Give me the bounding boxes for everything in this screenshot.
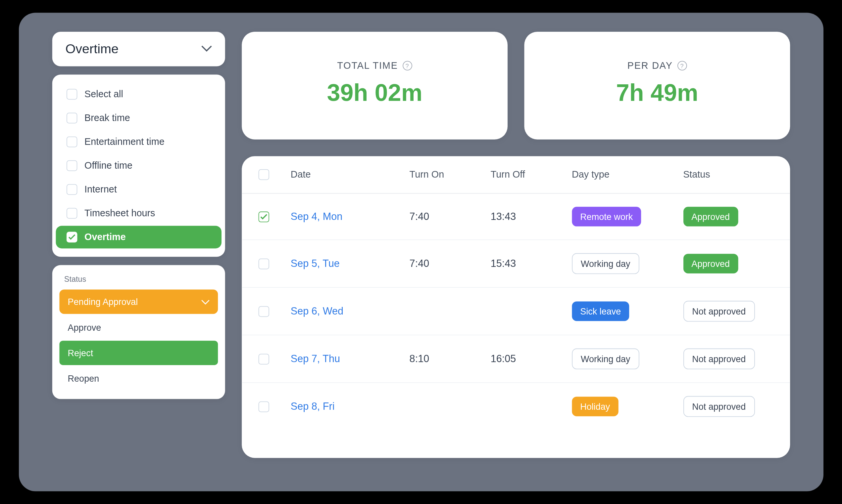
table-row: Sep 7, Thu8:1016:05Working dayNot approv… (242, 335, 790, 383)
filter-options-list: Select allBreak timeEntertainment timeOf… (52, 75, 225, 257)
checkbox[interactable] (67, 184, 77, 195)
status-panel: Status Pending Approval ApproveRejectReo… (52, 265, 225, 399)
filter-dropdown[interactable]: Overtime (52, 32, 225, 66)
status-option[interactable]: Approve (59, 315, 218, 340)
day-type-badge[interactable]: Remote work (572, 207, 641, 226)
filter-option[interactable]: Timesheet hours (56, 202, 221, 224)
total-time-card: TOTAL TIME ? 39h 02m (242, 32, 508, 140)
checkbox[interactable] (67, 232, 77, 242)
status-badge[interactable]: Not approved (683, 301, 755, 322)
filter-option[interactable]: Select all (56, 83, 221, 106)
checkbox[interactable] (67, 89, 77, 100)
turn-off-value: 13:43 (491, 211, 566, 222)
filter-option-label: Break time (84, 113, 130, 123)
table-row: Sep 6, WedSick leaveNot approved (242, 288, 790, 335)
filter-option-label: Overtime (84, 232, 126, 242)
timesheet-table: Date Turn On Turn Off Day type Status Se… (242, 156, 790, 458)
help-icon[interactable]: ? (677, 61, 687, 70)
table-row: Sep 4, Mon7:4013:43Remote workApproved (242, 194, 790, 240)
row-checkbox[interactable] (258, 354, 269, 364)
turn-on-value: 8:10 (409, 353, 484, 365)
table-row: Sep 5, Tue7:4015:43Working dayApproved (242, 240, 790, 288)
status-select[interactable]: Pending Approval (59, 289, 218, 314)
chevron-down-icon (201, 44, 211, 54)
status-option[interactable]: Reopen (59, 366, 218, 391)
help-icon[interactable]: ? (402, 61, 412, 70)
sidebar: Overtime Select allBreak timeEntertainme… (52, 32, 225, 458)
table-header: Date Turn On Turn Off Day type Status (242, 156, 790, 194)
status-badge[interactable]: Approved (683, 207, 738, 226)
filter-option-label: Offline time (84, 160, 133, 171)
status-option[interactable]: Reject (59, 341, 218, 365)
day-type-badge[interactable]: Working day (572, 253, 639, 274)
checkbox[interactable] (67, 113, 77, 123)
day-type-badge[interactable]: Holiday (572, 397, 618, 416)
filter-option[interactable]: Offline time (56, 155, 221, 177)
per-day-card: PER DAY ? 7h 49m (524, 32, 790, 140)
total-time-value: 39h 02m (327, 79, 422, 106)
date-link[interactable]: Sep 7, Thu (290, 353, 403, 365)
chevron-down-icon (201, 296, 209, 307)
select-all-checkbox[interactable] (258, 169, 269, 180)
filter-option-label: Select all (84, 89, 123, 100)
status-badge[interactable]: Not approved (683, 396, 755, 417)
col-date: Date (290, 169, 403, 180)
col-day-type: Day type (572, 169, 677, 180)
turn-on-value: 7:40 (409, 258, 484, 270)
total-time-label: TOTAL TIME (337, 60, 398, 71)
filter-option[interactable]: Break time (56, 107, 221, 129)
date-link[interactable]: Sep 6, Wed (290, 305, 403, 317)
status-badge[interactable]: Approved (683, 254, 738, 273)
checkbox[interactable] (67, 137, 77, 147)
filter-option[interactable]: Entertainment time (56, 131, 221, 153)
row-checkbox[interactable] (258, 401, 269, 412)
row-checkbox[interactable] (258, 306, 269, 317)
day-type-badge[interactable]: Working day (572, 348, 639, 370)
row-checkbox[interactable] (258, 258, 269, 269)
checkbox[interactable] (67, 208, 77, 219)
day-type-badge[interactable]: Sick leave (572, 301, 629, 321)
col-status: Status (683, 169, 773, 180)
date-link[interactable]: Sep 5, Tue (290, 258, 403, 270)
filter-option-label: Timesheet hours (84, 208, 155, 219)
date-link[interactable]: Sep 4, Mon (290, 211, 403, 222)
turn-off-value: 16:05 (491, 353, 566, 365)
status-select-label: Pending Approval (68, 296, 138, 307)
main: TOTAL TIME ? 39h 02m PER DAY ? 7h 49m D (242, 32, 790, 458)
col-turn-off: Turn Off (491, 169, 566, 180)
filter-dropdown-label: Overtime (65, 41, 119, 57)
status-badge[interactable]: Not approved (683, 348, 755, 370)
filter-option-label: Internet (84, 184, 117, 195)
checkbox[interactable] (67, 160, 77, 171)
per-day-label: PER DAY (627, 60, 672, 71)
date-link[interactable]: Sep 8, Fri (290, 400, 403, 412)
status-panel-title: Status (59, 272, 218, 289)
table-row: Sep 8, FriHolidayNot approved (242, 383, 790, 430)
filter-option[interactable]: Overtime (56, 226, 221, 248)
turn-on-value: 7:40 (409, 211, 484, 222)
filter-option[interactable]: Internet (56, 178, 221, 201)
row-checkbox[interactable] (258, 211, 269, 222)
per-day-value: 7h 49m (616, 79, 698, 106)
filter-option-label: Entertainment time (84, 137, 165, 147)
col-turn-on: Turn On (409, 169, 484, 180)
turn-off-value: 15:43 (491, 258, 566, 270)
